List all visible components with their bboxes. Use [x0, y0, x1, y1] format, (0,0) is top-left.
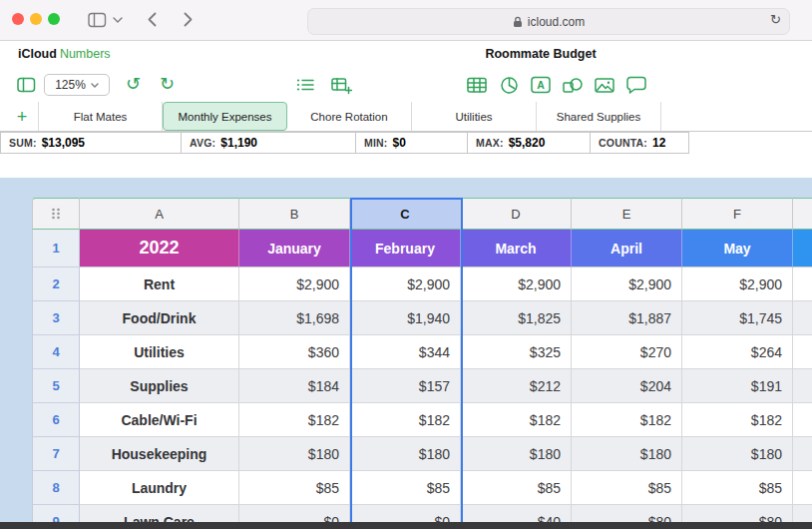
media-icon[interactable] [593, 73, 616, 97]
tab-utilities[interactable]: Utilities [412, 102, 537, 131]
value-cell[interactable]: $325 [461, 335, 572, 369]
value-cell[interactable]: $182 [682, 403, 793, 437]
row-number[interactable]: 3 [32, 301, 80, 335]
tab-flat-mates[interactable]: Flat Mates [38, 102, 163, 131]
category-cell[interactable]: Utilities [80, 335, 239, 369]
value-cell[interactable]: $85 [682, 471, 793, 505]
value-cell[interactable]: $212 [461, 369, 572, 403]
comment-icon[interactable] [624, 73, 648, 97]
forward-button[interactable] [184, 12, 193, 27]
year-cell[interactable]: 2022 [80, 230, 239, 267]
tab-chore-rotation[interactable]: Chore Rotation [287, 102, 412, 131]
minimize-button[interactable] [30, 13, 42, 25]
value-cell[interactable]: $1,698 [239, 301, 350, 335]
value-cell[interactable]: $85 [239, 471, 350, 505]
column-header-g-partial[interactable] [793, 198, 812, 230]
month-cell-february[interactable]: February [350, 230, 461, 267]
column-header-d[interactable]: D [461, 198, 572, 230]
row-number[interactable]: 4 [32, 335, 80, 369]
month-cell-may[interactable]: May [682, 230, 793, 267]
value-cell[interactable]: $1,745 [682, 301, 793, 335]
zoom-control[interactable]: 125% [44, 74, 110, 96]
value-cell[interactable]: $2,900 [682, 267, 793, 301]
column-header-b[interactable]: B [239, 198, 350, 230]
value-cell[interactable]: $85 [350, 471, 461, 505]
value-cell[interactable]: $85 [461, 471, 572, 505]
month-cell-april[interactable]: April [572, 230, 682, 267]
shape-icon[interactable] [561, 73, 585, 97]
tab-shared-supplies[interactable]: Shared Supplies [537, 102, 661, 131]
month-cell-january[interactable]: January [239, 230, 350, 267]
redo-icon[interactable]: ↻ [160, 71, 175, 97]
value-cell[interactable]: $2,900 [239, 267, 350, 301]
value-cell[interactable]: $180 [682, 437, 793, 471]
value-cell-partial[interactable] [793, 437, 812, 471]
row-number[interactable]: 1 [32, 230, 80, 267]
undo-icon[interactable]: ↺ [126, 71, 141, 97]
value-cell[interactable]: $180 [572, 437, 682, 471]
value-cell[interactable]: $180 [461, 437, 572, 471]
value-cell[interactable]: $182 [239, 403, 350, 437]
value-cell[interactable]: $180 [239, 437, 350, 471]
back-button[interactable] [148, 12, 157, 27]
fullscreen-button[interactable] [48, 13, 60, 25]
url-field[interactable]: icloud.com ↻ [307, 8, 790, 35]
month-cell-partial[interactable] [793, 230, 812, 267]
value-cell[interactable]: $182 [572, 403, 682, 437]
value-cell[interactable]: $180 [350, 437, 461, 471]
value-cell-partial[interactable] [793, 369, 812, 403]
value-cell[interactable]: $360 [239, 335, 350, 369]
chevron-down-icon[interactable] [113, 17, 123, 23]
category-cell[interactable]: Cable/Wi-Fi [80, 403, 239, 437]
chart-icon[interactable] [497, 73, 521, 97]
value-cell[interactable]: $184 [239, 369, 350, 403]
value-cell[interactable]: $344 [350, 335, 461, 369]
value-cell[interactable]: $270 [572, 335, 682, 369]
column-header-c[interactable]: C [350, 198, 461, 230]
value-cell[interactable]: $264 [682, 335, 793, 369]
value-cell[interactable]: $182 [350, 403, 461, 437]
column-header-a[interactable]: A [80, 198, 239, 230]
format-list-icon[interactable] [293, 73, 317, 97]
row-number[interactable]: 7 [32, 437, 80, 471]
column-header-f[interactable]: F [682, 198, 793, 230]
text-icon[interactable]: A [529, 73, 553, 97]
category-cell[interactable]: Rent [80, 267, 239, 301]
value-cell[interactable]: $191 [682, 369, 793, 403]
value-cell[interactable]: $1,940 [350, 301, 461, 335]
value-cell[interactable]: $2,900 [461, 267, 572, 301]
value-cell-partial[interactable] [793, 403, 812, 437]
value-cell[interactable]: $157 [350, 369, 461, 403]
category-cell[interactable]: Housekeeping [80, 437, 239, 471]
value-cell-partial[interactable] [793, 301, 812, 335]
row-number[interactable]: 2 [32, 267, 80, 301]
tab-monthly-expenses[interactable]: Monthly Expenses [163, 102, 287, 131]
add-table-icon[interactable] [329, 73, 353, 97]
table-icon[interactable] [465, 73, 489, 97]
close-button[interactable] [12, 13, 24, 25]
row-number[interactable]: 6 [32, 403, 80, 437]
value-cell-partial[interactable] [793, 471, 812, 505]
category-cell[interactable]: Food/Drink [80, 301, 239, 335]
value-cell[interactable]: $182 [461, 403, 572, 437]
value-cell[interactable]: $2,900 [572, 267, 682, 301]
value-cell-partial[interactable] [793, 335, 812, 369]
row-number[interactable]: 8 [32, 471, 80, 505]
sidebar-toggle-icon[interactable] [88, 12, 107, 28]
value-cell-partial[interactable] [793, 267, 812, 301]
sidebar-icon[interactable] [14, 73, 38, 97]
value-cell[interactable]: $204 [572, 369, 682, 403]
value-cell[interactable]: $1,825 [461, 301, 572, 335]
row-number[interactable]: 5 [32, 369, 80, 403]
value-cell[interactable]: $1,887 [572, 301, 682, 335]
add-sheet-button[interactable]: + [10, 104, 34, 130]
month-cell-march[interactable]: March [461, 230, 572, 267]
category-cell[interactable]: Supplies [80, 369, 239, 403]
sheet-canvas[interactable]: A B C D E F 1 2022 January February Marc… [0, 178, 812, 529]
category-cell[interactable]: Laundry [80, 471, 239, 505]
reload-icon[interactable]: ↻ [770, 12, 781, 27]
value-cell[interactable]: $85 [572, 471, 682, 505]
table-handle[interactable] [32, 198, 80, 230]
column-header-e[interactable]: E [572, 198, 682, 230]
value-cell[interactable]: $2,900 [350, 267, 461, 301]
